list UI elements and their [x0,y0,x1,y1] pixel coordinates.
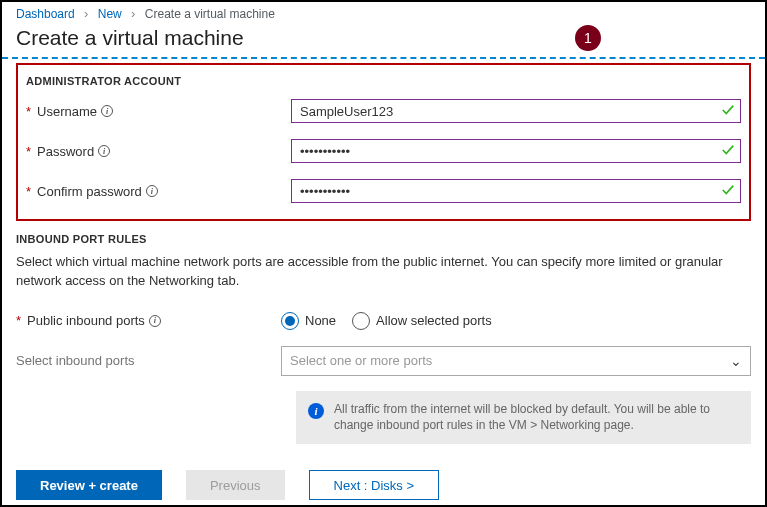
breadcrumb-dashboard[interactable]: Dashboard [16,7,75,21]
info-banner-text: All traffic from the internet will be bl… [334,401,739,435]
checkmark-icon [721,143,735,157]
confirm-password-input[interactable] [291,179,741,203]
radio-none[interactable]: None [281,312,336,330]
radio-none-label: None [305,313,336,328]
info-icon[interactable]: i [101,105,113,117]
info-icon[interactable]: i [149,315,161,327]
breadcrumb-new[interactable]: New [98,7,122,21]
username-label: Username [37,104,97,119]
public-inbound-ports-label: Public inbound ports [27,313,145,328]
previous-button[interactable]: Previous [186,470,285,500]
chevron-right-icon [78,7,94,21]
required-asterisk: * [26,144,31,159]
info-banner: i All traffic from the internet will be … [296,391,751,445]
divider-dashed [2,57,765,59]
review-create-button[interactable]: Review + create [16,470,162,500]
inbound-description: Select which virtual machine network por… [16,253,751,291]
password-label: Password [37,144,94,159]
section-title-inbound: INBOUND PORT RULES [16,233,751,245]
required-asterisk: * [16,313,21,328]
username-input[interactable] [291,99,741,123]
section-title-admin: ADMINISTRATOR ACCOUNT [26,75,741,87]
chevron-down-icon: ⌄ [730,353,742,369]
required-asterisk: * [26,104,31,119]
next-disks-button[interactable]: Next : Disks > [309,470,440,500]
step-badge: 1 [575,25,601,51]
radio-icon [352,312,370,330]
confirm-password-label: Confirm password [37,184,142,199]
info-icon: i [308,403,324,419]
admin-account-section: ADMINISTRATOR ACCOUNT * Username i * Pas… [16,63,751,221]
radio-allow-label: Allow selected ports [376,313,492,328]
checkmark-icon [721,103,735,117]
radio-allow-selected[interactable]: Allow selected ports [352,312,492,330]
radio-icon [281,312,299,330]
select-inbound-ports-label: Select inbound ports [16,353,281,368]
checkmark-icon [721,183,735,197]
select-inbound-ports-dropdown[interactable]: Select one or more ports ⌄ [281,346,751,376]
page-title: Create a virtual machine [16,26,244,50]
required-asterisk: * [26,184,31,199]
breadcrumb: Dashboard New Create a virtual machine [2,2,765,23]
info-icon[interactable]: i [98,145,110,157]
info-icon[interactable]: i [146,185,158,197]
chevron-right-icon [125,7,141,21]
select-placeholder: Select one or more ports [290,353,432,368]
password-input[interactable] [291,139,741,163]
breadcrumb-current: Create a virtual machine [145,7,275,21]
